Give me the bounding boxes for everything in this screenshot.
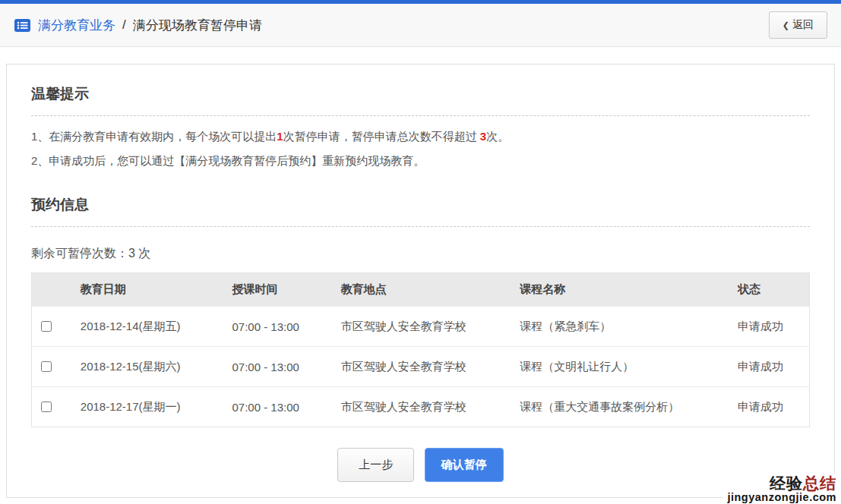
cell-location: 市区驾驶人安全教育学校 [335,307,514,347]
cell-course: 课程（重大交通事故案例分析） [514,387,732,427]
breadcrumb-section[interactable]: 满分教育业务 [38,17,115,34]
tip-line-1: 1、在满分教育申请有效期内，每个场次可以提出1次暂停申请，暂停申请总次数不得超过… [31,128,810,146]
watermark-brand-red: 总结 [803,474,836,492]
booking-section-title: 预约信息 [31,195,810,227]
main-panel: 温馨提示 1、在满分教育申请有效期内，每个场次可以提出1次暂停申请，暂停申请总次… [6,64,835,498]
column-header-time: 授课时间 [226,273,334,307]
cell-status: 申请成功 [732,387,809,427]
cell-status: 申请成功 [732,347,809,387]
cell-date: 2018-12-15(星期六) [74,347,226,387]
cell-time: 07:00 - 13:00 [226,347,334,387]
watermark: 经验总结 jingyanzongjie.com [722,474,838,503]
confirm-suspend-button[interactable]: 确认暂停 [425,448,504,482]
cell-time: 07:00 - 13:00 [226,387,334,427]
watermark-domain: jingyanzongjie.com [727,492,836,503]
back-button-label: 返回 [792,18,814,32]
cell-location: 市区驾驶人安全教育学校 [335,347,514,387]
column-header-status: 状态 [732,273,809,307]
cell-course: 课程（紧急刹车） [514,307,732,347]
table-header-row: 教育日期 授课时间 教育地点 课程名称 状态 [32,273,810,307]
back-button[interactable]: ❮ 返回 [769,11,827,39]
cell-time: 07:00 - 13:00 [226,307,334,347]
chevron-left-icon: ❮ [783,20,789,30]
breadcrumb-current-page: 满分现场教育暂停申请 [133,17,262,34]
action-buttons: 上一步 确认暂停 [31,448,810,482]
row-checkbox[interactable] [41,402,52,412]
cell-date: 2018-12-14(星期五) [74,307,226,347]
tip-line-2: 2、申请成功后，您可以通过【满分现场教育暂停后预约】重新预约现场教育。 [31,153,810,170]
menu-list-icon [14,17,31,34]
select-column-header [32,273,74,307]
cell-status: 申请成功 [732,307,809,347]
cell-location: 市区驾驶人安全教育学校 [335,387,514,427]
cell-date: 2018-12-17(星期一) [74,387,226,427]
row-checkbox[interactable] [41,321,52,332]
booking-section: 预约信息 剩余可暂停次数：3 次 教育日期 授课时间 教育地点 课程名称 状态 … [31,195,810,427]
tip1-highlight-3: 3 [480,130,486,143]
tip1-text-pre: 1、在满分教育申请有效期内，每个场次可以提出 [31,130,277,143]
cell-course: 课程（文明礼让行人） [514,347,732,387]
tip1-text-post: 次。 [486,130,509,143]
tip1-text-mid: 次暂停申请，暂停申请总次数不得超过 [283,130,480,143]
previous-step-button[interactable]: 上一步 [337,448,414,482]
booking-table: 教育日期 授课时间 教育地点 课程名称 状态 2018-12-14(星期五) 0… [31,272,810,427]
table-row: 2018-12-15(星期六) 07:00 - 13:00 市区驾驶人安全教育学… [32,347,810,387]
table-row: 2018-12-17(星期一) 07:00 - 13:00 市区驾驶人安全教育学… [32,387,810,427]
tip1-highlight-1: 1 [277,130,283,143]
header-bar: 满分教育业务 / 满分现场教育暂停申请 ❮ 返回 [0,4,841,47]
watermark-brand-black: 经验 [770,474,803,492]
tips-section-title: 温馨提示 [31,84,810,116]
table-row: 2018-12-14(星期五) 07:00 - 13:00 市区驾驶人安全教育学… [32,307,810,347]
watermark-brand: 经验总结 [727,475,836,492]
row-checkbox[interactable] [41,361,52,372]
tips-list: 1、在满分教育申请有效期内，每个场次可以提出1次暂停申请，暂停申请总次数不得超过… [31,128,810,169]
breadcrumb-separator: / [122,17,126,33]
remaining-suspensions-text: 剩余可暂停次数：3 次 [31,246,810,262]
column-header-location: 教育地点 [335,273,514,307]
breadcrumb: 满分教育业务 / 满分现场教育暂停申请 [14,17,262,34]
column-header-date: 教育日期 [74,273,226,307]
column-header-course: 课程名称 [514,273,732,307]
